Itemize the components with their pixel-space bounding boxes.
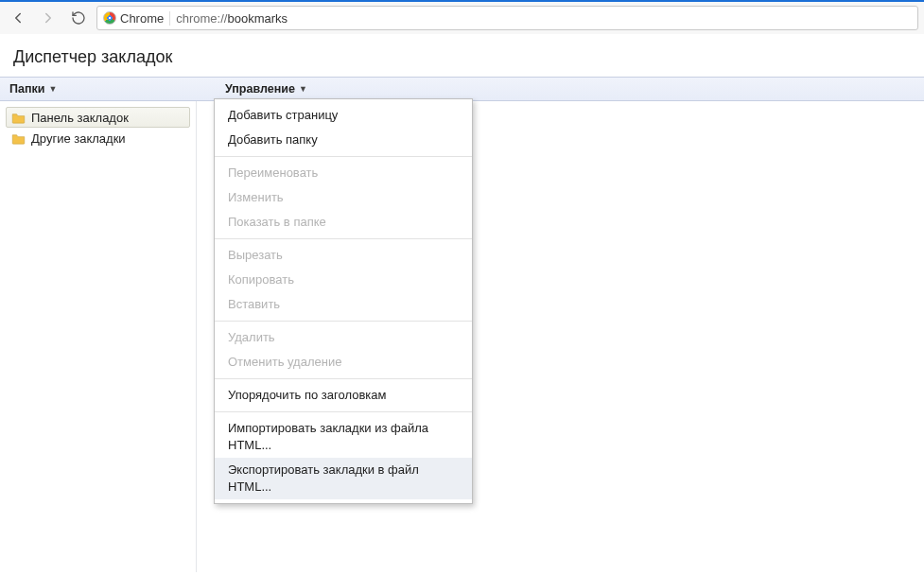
menu-rename: Переименовать (215, 161, 472, 185)
folders-sidebar: Панель закладок Другие закладки (0, 101, 197, 572)
menu-separator (215, 156, 472, 157)
menu-separator (215, 321, 472, 322)
manage-header-label: Управление (225, 82, 295, 96)
bookmark-manager-page: Диспетчер закладок Папки ▼ Управление ▼ … (0, 34, 924, 572)
menu-sort-by-title[interactable]: Упорядочить по заголовкам (215, 383, 472, 408)
manage-column-header[interactable]: Управление ▼ (216, 78, 317, 100)
menu-show-in-folder: Показать в папке (215, 210, 472, 235)
menu-delete: Удалить (215, 325, 472, 350)
browser-toolbar: Chrome chrome://bookmarks (0, 0, 924, 34)
folder-other-bookmarks[interactable]: Другие закладки (6, 128, 190, 148)
menu-separator (215, 238, 472, 239)
menu-separator (215, 378, 472, 379)
caret-down-icon: ▼ (299, 84, 307, 94)
url-path: bookmarks (227, 11, 288, 26)
menu-import-html[interactable]: Импортировать закладки из файла HTML... (215, 416, 472, 458)
menu-paste: Вставить (215, 292, 472, 317)
origin-label: Chrome (120, 11, 164, 26)
origin-chip: Chrome (103, 11, 170, 26)
menu-copy: Копировать (215, 268, 472, 292)
menu-edit: Изменить (215, 185, 472, 210)
content-pane: Добавить страницу Добавить папку Переиме… (197, 101, 924, 572)
back-button[interactable] (6, 6, 30, 30)
folders-column-header[interactable]: Папки ▼ (0, 78, 216, 100)
folder-icon (11, 112, 26, 124)
page-title: Диспетчер закладок (0, 34, 924, 77)
folder-label: Другие закладки (31, 131, 126, 146)
menu-undo-delete: Отменить удаление (215, 350, 472, 375)
menu-add-folder[interactable]: Добавить папку (215, 128, 472, 152)
chrome-icon (103, 11, 116, 25)
menu-export-html[interactable]: Экспортировать закладки в файл HTML... (215, 458, 472, 499)
folders-header-label: Папки (9, 82, 44, 96)
address-bar[interactable]: Chrome chrome://bookmarks (96, 6, 918, 30)
menu-separator (215, 411, 472, 412)
menu-add-page[interactable]: Добавить страницу (215, 103, 472, 128)
folder-bookmarks-bar[interactable]: Панель закладок (6, 107, 190, 128)
menu-cut: Вырезать (215, 243, 472, 268)
reload-button[interactable] (66, 6, 91, 30)
manage-menu: Добавить страницу Добавить папку Переиме… (214, 98, 473, 504)
forward-button[interactable] (36, 6, 61, 30)
url-text: chrome://bookmarks (176, 11, 288, 26)
url-scheme: chrome:// (176, 11, 227, 26)
folder-icon (11, 132, 26, 145)
folder-label: Панель закладок (31, 111, 129, 125)
caret-down-icon: ▼ (48, 84, 57, 94)
